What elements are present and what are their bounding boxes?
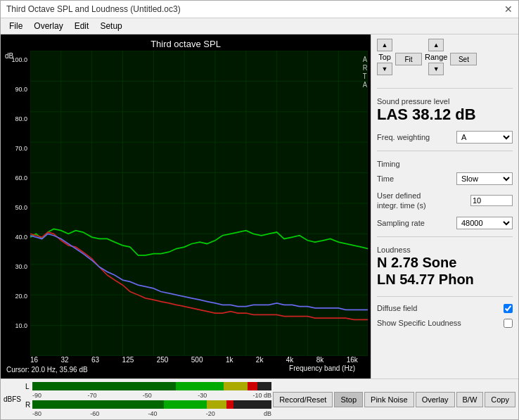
chart-svg: A R T A	[30, 51, 368, 356]
x-tick-8k: 8k	[316, 356, 324, 364]
show-specific-row: Show Specific Loudness	[377, 319, 513, 328]
x-axis: 16 32 63 125 250 500 1k 2k 4k 8k 16k	[4, 356, 368, 364]
copy-button[interactable]: Copy	[485, 392, 515, 407]
meter-l-label: L	[25, 383, 31, 390]
meter-row-r: R	[25, 400, 271, 409]
set-button[interactable]: Set	[450, 53, 477, 65]
divider-4	[377, 296, 513, 297]
svg-text:A: A	[363, 80, 368, 89]
sampling-rate-row: Sampling rate 44100 48000 96000	[377, 217, 513, 229]
divider-2	[377, 151, 513, 151]
meter-seg-l-green2	[176, 382, 224, 390]
timing-label: Timing	[377, 160, 513, 168]
divider-3	[377, 236, 513, 237]
chart-container: dB 100.0 90.0 80.0 70.0 60.0 50.0 40.0 3…	[4, 51, 368, 356]
x-tick-63: 63	[91, 356, 99, 364]
menu-file[interactable]: File	[4, 20, 28, 32]
y-tick-40: 40.0	[15, 234, 27, 241]
stop-button[interactable]: Stop	[334, 392, 363, 407]
set-nav-group: Set	[450, 39, 477, 79]
user-integr-row: User definedintegr. time (s) 10	[377, 191, 513, 211]
loudness-n: N 2.78 Sone	[377, 254, 513, 271]
y-tick-70: 70.0	[15, 145, 27, 152]
loudness-label: Loudness	[377, 246, 513, 254]
svg-text:R: R	[363, 64, 368, 72]
bottom-buttons: Record/Reset Stop Pink Noise Overlay B/W…	[273, 392, 515, 407]
y-tick-80: 80.0	[15, 115, 27, 122]
meter-seg-r-green2	[164, 400, 207, 409]
cursor-info: Cursor: 20.0 Hz, 35.96 dB	[6, 364, 88, 375]
meter-seg-r-red	[226, 400, 233, 409]
top-nav-group: ▲ Top ▼	[377, 39, 392, 79]
chart-area: Third octave SPL dB 100.0 90.0 80.0 70.0…	[1, 34, 371, 378]
x-tick-250: 250	[157, 356, 169, 364]
range-up-button[interactable]: ▲	[428, 39, 444, 51]
x-tick-125: 125	[122, 356, 134, 364]
range-nav-group: ▲ Range ▼	[425, 39, 447, 79]
y-tick-20: 20.0	[15, 293, 27, 300]
meter-seg-l-green	[32, 382, 176, 390]
chart-title: Third octave SPL	[4, 37, 368, 51]
time-select[interactable]: Slow Fast	[456, 172, 513, 185]
x-tick-500: 500	[191, 356, 203, 364]
menu-overlay[interactable]: Overlay	[28, 20, 68, 32]
menu-setup[interactable]: Setup	[94, 20, 127, 32]
spl-section: Sound pressure level LAS 38.12 dB	[377, 97, 513, 124]
range-down-button[interactable]: ▼	[428, 63, 444, 75]
show-specific-label: Show Specific Loudness	[377, 319, 461, 327]
spl-value: LAS 38.12 dB	[377, 106, 513, 124]
meter-bar-l	[32, 382, 271, 390]
fit-button[interactable]: Fit	[395, 53, 422, 65]
y-tick-10: 10.0	[15, 322, 27, 329]
y-tick-30: 30.0	[15, 263, 27, 270]
freq-weighting-select[interactable]: A B C Z	[456, 131, 513, 144]
show-specific-checkbox[interactable]	[504, 319, 513, 328]
spl-section-label: Sound pressure level	[377, 97, 513, 106]
sampling-rate-select[interactable]: 44100 48000 96000	[456, 217, 513, 229]
range-label: Range	[425, 53, 447, 61]
x-tick-16k: 16k	[347, 356, 358, 364]
record-reset-button[interactable]: Record/Reset	[273, 392, 333, 407]
y-label-db: dB	[5, 52, 13, 60]
diffuse-field-row: Diffuse field	[377, 304, 513, 313]
top-up-button[interactable]: ▲	[377, 39, 392, 51]
diffuse-field-checkbox[interactable]	[504, 304, 513, 313]
window-title: Third Octave SPL and Loudness (Untitled.…	[6, 4, 181, 14]
y-tick-60: 60.0	[15, 174, 27, 182]
freq-weighting-row: Freq. weighting A B C Z	[377, 131, 513, 144]
bw-button[interactable]: B/W	[456, 392, 484, 407]
chart-bottom-info: Cursor: 20.0 Hz, 35.96 dB Frequency band…	[4, 364, 368, 376]
nav-controls: ▲ Top ▼ Fit ▲ Range ▼ Set	[377, 39, 513, 79]
meter-seg-l-empty	[257, 382, 271, 390]
x-tick-1k: 1k	[226, 356, 233, 364]
main-content: Third octave SPL dB 100.0 90.0 80.0 70.0…	[1, 34, 518, 378]
pink-noise-button[interactable]: Pink Noise	[364, 392, 414, 407]
svg-text:A: A	[363, 56, 368, 64]
close-button[interactable]: ✕	[504, 4, 513, 15]
meter-r-label: R	[25, 401, 31, 409]
meter-seg-r-empty	[233, 400, 271, 409]
menu-edit[interactable]: Edit	[69, 20, 95, 32]
y-tick-90: 90.0	[15, 86, 27, 93]
loudness-ln: LN 54.77 Phon	[377, 271, 513, 288]
meter-seg-l-yellow	[224, 382, 248, 390]
x-tick-2k: 2k	[256, 356, 264, 364]
right-panel: ▲ Top ▼ Fit ▲ Range ▼ Set	[371, 34, 518, 378]
meter-seg-r-green	[32, 400, 164, 409]
meter-seg-l-red	[248, 382, 257, 390]
time-row: Time Slow Fast	[377, 172, 513, 185]
y-tick-50: 50.0	[15, 204, 27, 211]
meter-row-l: L	[25, 381, 271, 391]
overlay-button[interactable]: Overlay	[416, 392, 455, 407]
x-tick-32: 32	[61, 356, 69, 364]
user-integr-label: User definedintegr. time (s)	[377, 191, 426, 211]
title-bar: Third Octave SPL and Loudness (Untitled.…	[1, 1, 518, 18]
freq-weighting-label: Freq. weighting	[377, 133, 430, 141]
fit-nav-group: Fit	[395, 39, 422, 79]
meter-bar-r	[32, 400, 271, 409]
bottom-bar: dBFS L -90 -70 -50 -30 -10 dB R	[1, 378, 518, 419]
diffuse-field-label: Diffuse field	[377, 304, 417, 312]
user-integr-input[interactable]: 10	[470, 195, 513, 206]
meter-seg-r-yellow	[207, 400, 226, 409]
top-down-button[interactable]: ▼	[377, 63, 392, 75]
